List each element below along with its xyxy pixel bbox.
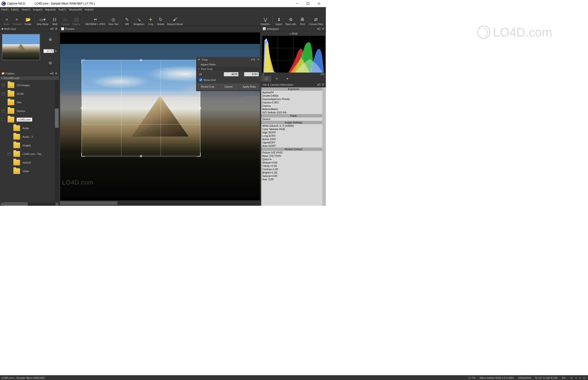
folder-button[interactable]: 📂Folder bbox=[23, 13, 33, 26]
folder-tree-item[interactable]: +Games bbox=[0, 107, 59, 115]
hist-min: 0 bbox=[263, 73, 264, 76]
folder-tree-item[interactable]: Images bbox=[0, 141, 59, 150]
panel-close-icon[interactable]: ✕ bbox=[55, 72, 57, 75]
zoom-out-icon[interactable]: ⊖ bbox=[49, 61, 52, 65]
crop-handle-bottom[interactable] bbox=[140, 155, 142, 157]
back-button[interactable]: ◄Back bbox=[1, 13, 11, 26]
crop-height-input[interactable] bbox=[244, 72, 259, 76]
tree-expand-icon[interactable]: - bbox=[2, 118, 5, 121]
panel-close-icon[interactable]: ✕ bbox=[322, 27, 324, 31]
viewport-h-scrollbar[interactable] bbox=[60, 201, 260, 205]
tree-expand-icon[interactable]: + bbox=[2, 84, 5, 87]
left-h-scrollbar[interactable]: ◂▸ bbox=[0, 202, 58, 206]
zoom-in-icon[interactable]: ⊕ bbox=[49, 37, 52, 42]
zoom-input[interactable] bbox=[43, 49, 54, 53]
panel-close-icon[interactable]: ✕ bbox=[322, 83, 324, 86]
menu-adjust[interactable]: Adjust(A) bbox=[45, 8, 56, 11]
crop-mode-dropdown[interactable]: ▾ Free Crop bbox=[196, 67, 261, 71]
panel-pin-icon[interactable]: ▸☰ bbox=[51, 72, 53, 75]
view-tool-button[interactable]: ◎View Tool bbox=[107, 13, 120, 26]
folder-tree-item[interactable]: +CD Images bbox=[0, 81, 59, 90]
menu-image[interactable]: Image(I) bbox=[33, 8, 43, 11]
reset-crop-button[interactable]: Reset Crop bbox=[198, 84, 217, 90]
folder-icon bbox=[13, 151, 20, 157]
folder-tree-item[interactable]: -LO4D.com bbox=[0, 115, 59, 124]
tab-edit[interactable]: ✎ bbox=[272, 76, 282, 82]
original-button[interactable]: ▯▯Original bbox=[71, 13, 82, 26]
window-titlebar: Capture NX-D LO4D.com - Sample Nikon RAW… bbox=[0, 0, 326, 7]
show-grid-checkbox[interactable] bbox=[199, 78, 202, 81]
crop-width-input[interactable] bbox=[224, 72, 239, 76]
tree-scrollbar-thumb[interactable] bbox=[55, 109, 58, 128]
viewnx-button[interactable]: ⋁ViewNX-i bbox=[259, 13, 272, 26]
folder-tree-item[interactable]: +LO4D.com - Tes bbox=[0, 150, 59, 158]
birdseye-thumbnail[interactable] bbox=[2, 34, 40, 60]
crop-popup-close-icon[interactable]: ✕ bbox=[257, 58, 259, 61]
preview-checkbox[interactable] bbox=[61, 27, 64, 30]
tree-expand-icon[interactable]: + bbox=[8, 152, 11, 155]
crop-selection[interactable] bbox=[82, 60, 200, 156]
fcinfo-row: Aperturf/4 bbox=[261, 91, 326, 94]
menu-file[interactable]: File(F) bbox=[1, 8, 9, 11]
panel-close-icon[interactable]: ✕ bbox=[55, 27, 57, 31]
tree-expand-icon[interactable]: + bbox=[2, 92, 5, 95]
panel-pin-icon[interactable]: ▸☰ bbox=[51, 27, 53, 30]
folder-tree-item[interactable]: Film bbox=[0, 98, 59, 107]
crop-button[interactable]: ✛Crop bbox=[146, 13, 156, 26]
crop-handle-right[interactable] bbox=[199, 107, 201, 109]
menu-window[interactable]: Window(W) bbox=[69, 8, 82, 11]
nef-jpeg-button[interactable]: ▪▪NEF/NRW + JPEG bbox=[84, 13, 107, 26]
open-with-button[interactable]: ⚙Open with bbox=[284, 13, 298, 26]
fcinfo-scrollbar[interactable] bbox=[322, 87, 326, 206]
menu-edit[interactable]: Edit(E) bbox=[11, 8, 19, 11]
show-grid-label: Show Grid bbox=[203, 78, 216, 81]
folder-icon bbox=[13, 160, 20, 165]
menu-view[interactable]: View(V) bbox=[21, 8, 30, 11]
window-minimize-button[interactable] bbox=[291, 0, 303, 7]
window-maximize-button[interactable] bbox=[303, 0, 313, 7]
folder-tree-item[interactable]: Video bbox=[0, 167, 59, 175]
convert-files-button[interactable]: ⇄Convert Files bbox=[307, 13, 324, 26]
tab-fx[interactable]: ✦ bbox=[282, 76, 293, 82]
panel-pin-icon[interactable]: ▸☰ bbox=[318, 27, 320, 30]
crop-handle-br[interactable] bbox=[197, 153, 201, 157]
multi-button[interactable]: ⫿⫿Multi bbox=[50, 13, 60, 26]
menu-tool[interactable]: Tool(T) bbox=[58, 8, 66, 11]
crop-handle-left[interactable] bbox=[81, 107, 83, 109]
crop-handle-tl[interactable] bbox=[81, 60, 85, 63]
tree-expand-icon[interactable]: + bbox=[2, 110, 5, 113]
histogram-channel-dropdown[interactable]: ▾RGB bbox=[261, 32, 326, 36]
folder-tree-item[interactable]: resized bbox=[0, 158, 59, 167]
current-button[interactable]: ▭Current bbox=[60, 13, 71, 26]
crop-handle-bl[interactable] bbox=[81, 153, 85, 157]
window-close-button[interactable] bbox=[313, 0, 324, 7]
panel-pin-icon[interactable]: ▸☰ bbox=[318, 83, 320, 86]
menu-help[interactable]: Help(H) bbox=[85, 8, 94, 11]
straighten-button[interactable]: ↘Straighten bbox=[132, 13, 146, 26]
tree-scrollbar[interactable] bbox=[55, 80, 58, 201]
cancel-crop-button[interactable]: Cancel bbox=[218, 84, 238, 90]
folder-icon bbox=[13, 168, 20, 174]
folder-label: Images bbox=[22, 144, 31, 147]
forward-button[interactable]: ►Forward bbox=[11, 13, 23, 26]
retouch-button[interactable]: 🖌Retouch Brush bbox=[166, 13, 184, 26]
view-mode-button[interactable]: ▭▾View Mode bbox=[35, 13, 50, 26]
crop-handle-top[interactable] bbox=[140, 59, 142, 61]
import-button[interactable]: ⬇Import bbox=[274, 13, 284, 26]
app-logo-icon bbox=[1, 1, 6, 6]
folder-path-dropdown[interactable]: ▾ D:\LO4D.com bbox=[0, 76, 59, 80]
swap-dimensions-icon[interactable]: ⇄ bbox=[199, 72, 202, 76]
apply-ratio-button[interactable]: Apply Ratio bbox=[239, 84, 259, 90]
folder-tree-item[interactable]: Audio bbox=[0, 124, 59, 133]
rotate-button[interactable]: ↻Rotate bbox=[156, 13, 166, 26]
folder-tree-item[interactable]: Audio - 2 bbox=[0, 133, 59, 141]
fcinfo-title: File & Camera Information bbox=[263, 83, 293, 86]
wb-button[interactable]: ✎WB bbox=[122, 13, 132, 26]
fcinfo-row: Exposu-0.3EV bbox=[261, 101, 326, 104]
panel-pin-icon[interactable]: ▸☰ bbox=[251, 58, 255, 61]
fcinfo-row: Hue: 0.00 bbox=[261, 178, 326, 181]
print-button[interactable]: 🖶Print bbox=[298, 13, 307, 26]
folder-tree-item[interactable]: +DCIM bbox=[0, 90, 59, 98]
tab-info[interactable]: ⓘ bbox=[261, 76, 272, 82]
folder-icon bbox=[13, 134, 20, 140]
